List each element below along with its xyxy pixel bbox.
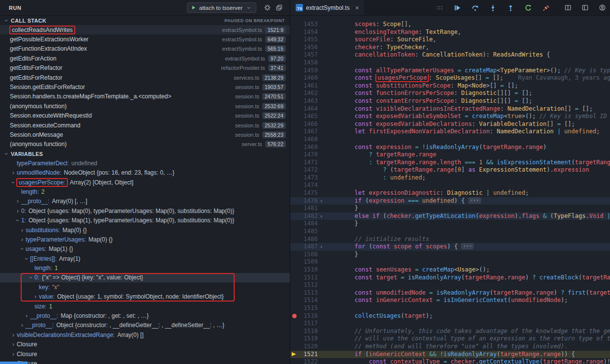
breakpoint-gutter[interactable] xyxy=(290,174,298,182)
line-number[interactable]: 1517 xyxy=(298,320,318,328)
code-line-1454[interactable]: 1454 enclosingTextRange: TextRange, xyxy=(290,29,610,36)
breakpoint-gutter[interactable] xyxy=(290,189,298,197)
breakpoint-gutter[interactable] xyxy=(290,136,298,144)
line-number[interactable]: 1522 xyxy=(298,358,318,364)
call-stack-header[interactable]: › CALL STACK PAUSED ON BREAKPOINT xyxy=(0,16,290,25)
folded-code-badge[interactable]: ··· xyxy=(461,243,474,249)
line-number[interactable]: 1485 xyxy=(298,228,318,236)
variable-row[interactable]: ›unmodifiedNode:NodeObject {pos: 16, end… xyxy=(0,168,290,177)
line-number[interactable]: 1515 xyxy=(298,304,318,312)
breakpoint-gutter[interactable] xyxy=(290,220,298,228)
breakpoint-gutter[interactable] xyxy=(290,74,298,82)
variable-row[interactable]: ›usagesPerScope:Array(2) [Object, Object… xyxy=(0,178,290,187)
code-line-1514[interactable]: 1514 const inGenericContext = isInGeneri… xyxy=(290,297,610,304)
code-line-1468[interactable]: 1468 xyxy=(290,136,610,144)
code-line-1459[interactable]: 1459 const allTypeParameterUsages = crea… xyxy=(290,67,610,75)
code-line-1457[interactable]: 1457 cancellationToken: CancellationToke… xyxy=(290,51,610,59)
code-line-1508[interactable]: 1508 } xyxy=(290,251,610,259)
breakpoint-gutter[interactable] xyxy=(290,335,298,343)
line-number[interactable]: 1462 xyxy=(298,90,318,97)
code-line-1481[interactable]: 1481 } xyxy=(290,205,610,212)
breakpoint-gutter[interactable] xyxy=(290,128,298,136)
line-number[interactable]: 1519 xyxy=(298,335,318,343)
line-number[interactable]: 1518 xyxy=(298,328,318,335)
line-number[interactable]: 1482 xyxy=(298,212,318,220)
line-number[interactable]: 1465 xyxy=(298,113,318,121)
code-line-1517[interactable]: 1517 xyxy=(290,320,610,328)
breakpoint-gutter[interactable] xyxy=(290,251,298,259)
variable-row[interactable]: ›usages:Map(1) {} xyxy=(0,244,290,254)
code-line-1520[interactable]: 1520 // method (and will therefore "use"… xyxy=(290,343,610,351)
call-stack-frame[interactable]: Session.onMessagesession.ts2558:23 xyxy=(0,130,290,139)
fold-chevron-icon[interactable]: › xyxy=(318,197,325,205)
variable-row[interactable]: ›typeParameterUsages:Map(0) {} xyxy=(0,235,290,244)
code-line-1511[interactable]: 1511 const target = isReadonlyArray(targ… xyxy=(290,274,610,282)
code-line-1456[interactable]: 1456 checker: TypeChecker, xyxy=(290,44,610,52)
code-line-1516[interactable]: 1516 collectUsages(target); xyxy=(290,312,610,320)
variables-header[interactable]: › VARIABLES xyxy=(0,149,290,158)
breakpoint-gutter[interactable] xyxy=(290,121,298,128)
line-number[interactable]: 1475 xyxy=(298,189,318,197)
variable-row[interactable]: ›1:Object {usages: Map(1), typeParameter… xyxy=(0,215,290,225)
code-line-1472[interactable]: 1472 ? (targetRange.range[0] as Expressi… xyxy=(290,166,610,174)
variable-row[interactable]: ›substitutions:Map(0) {} xyxy=(0,225,290,235)
variable-row[interactable]: ›__proto__:Array(0) [, …] xyxy=(0,197,290,206)
breakpoint-gutter[interactable] xyxy=(290,82,298,90)
code-line-1462[interactable]: 1462 const functionErrorsPerScope: Diagn… xyxy=(290,90,610,97)
call-stack-frame[interactable]: getEditsForActionextractSymbol.ts97:20 xyxy=(0,54,290,63)
code-line-1518[interactable]: 1518 // Unfortunately, this code takes a… xyxy=(290,328,610,335)
breakpoint-icon[interactable] xyxy=(292,314,297,318)
code-line-1484[interactable]: 1484 } xyxy=(290,220,610,228)
breakpoint-gutter[interactable] xyxy=(290,36,298,44)
code-line-1464[interactable]: 1464 const visibleDeclarationsInExtracte… xyxy=(290,105,610,113)
line-number[interactable]: 1457 xyxy=(298,51,318,59)
line-number[interactable]: 1468 xyxy=(298,136,318,144)
line-number[interactable]: 1514 xyxy=(298,297,318,304)
line-number[interactable]: 1487 xyxy=(298,243,318,251)
call-stack-frame[interactable]: getFunctionExtractionAtIndexextractSymbo… xyxy=(0,44,290,54)
breakpoint-gutter[interactable] xyxy=(290,159,298,167)
line-number[interactable]: 1474 xyxy=(298,182,318,189)
line-number[interactable]: 1512 xyxy=(298,281,318,289)
code-line-1482[interactable]: 1482› else if (checker.getTypeAtLocation… xyxy=(290,212,610,220)
call-stack-frame[interactable]: (anonymous function)server.ts576:22 xyxy=(0,140,290,149)
breakpoint-gutter[interactable] xyxy=(290,105,298,113)
breakpoint-gutter[interactable] xyxy=(290,44,298,52)
split-editor-icon[interactable] xyxy=(562,2,574,14)
line-number[interactable]: 1464 xyxy=(298,105,318,113)
line-number[interactable]: 1467 xyxy=(298,128,318,136)
breakpoint-gutter[interactable] xyxy=(290,297,298,304)
line-number[interactable]: 1509 xyxy=(298,258,318,266)
folded-code-badge[interactable]: ··· xyxy=(468,197,481,204)
line-number[interactable]: 1516 xyxy=(298,312,318,320)
restart-button[interactable] xyxy=(522,2,534,14)
code-line-1513[interactable]: 1513 const unmodifiedNode = isReadonlyAr… xyxy=(290,289,610,297)
breakpoint-gutter[interactable] xyxy=(290,151,298,159)
variable-row[interactable]: ›Closure xyxy=(0,359,290,364)
breakpoint-gutter[interactable] xyxy=(290,274,298,282)
line-number[interactable]: 1513 xyxy=(298,289,318,297)
code-line-1512[interactable]: 1512 xyxy=(290,281,610,289)
drag-handle-icon[interactable] xyxy=(434,2,446,14)
variable-row[interactable]: ›Closure xyxy=(0,349,290,359)
line-number[interactable]: 1471 xyxy=(298,159,318,167)
breakpoint-gutter[interactable] xyxy=(290,320,298,328)
breakpoint-gutter[interactable] xyxy=(290,182,298,189)
breakpoint-gutter[interactable] xyxy=(290,29,298,36)
step-out-button[interactable] xyxy=(505,2,517,14)
call-stack-frame[interactable]: getPossibleExtractionsWorkerextractSymbo… xyxy=(0,34,290,44)
code-line-1475[interactable]: 1475 let expressionDiagnostic: Diagnosti… xyxy=(290,189,610,197)
breakpoint-gutter[interactable] xyxy=(290,212,298,220)
line-number[interactable]: 1473 xyxy=(298,174,318,182)
code-line-1463[interactable]: 1463 const constantErrorsPerScope: Diagn… xyxy=(290,97,610,105)
line-number[interactable]: 1472 xyxy=(298,166,318,174)
customize-layout-icon[interactable] xyxy=(579,2,591,14)
variable-row[interactable]: ›visibleDeclarationsInExtractedRange:Arr… xyxy=(0,330,290,339)
breakpoint-gutter[interactable] xyxy=(290,266,298,274)
code-line-1519[interactable]: 1519 // will use the contextual type of … xyxy=(290,335,610,343)
call-stack-frame[interactable]: collectReadsAndWritesextractSymbol.ts152… xyxy=(0,25,290,34)
call-stack-frame[interactable]: getEditsForRefactorrefactorProvider.ts37… xyxy=(0,63,290,73)
variable-row[interactable]: size:1 xyxy=(0,302,290,311)
code-line-1453[interactable]: 1453 scopes: Scope[], xyxy=(290,21,610,29)
breakpoint-gutter[interactable] xyxy=(290,312,298,320)
